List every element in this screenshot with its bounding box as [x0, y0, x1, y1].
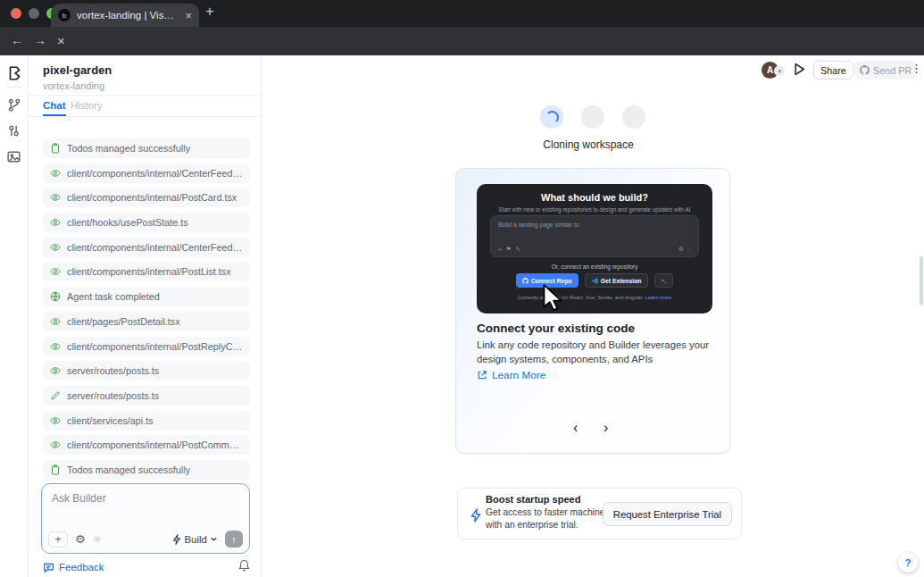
list-item-label: client/components/internal/CenterFeed.ts…: [67, 242, 243, 253]
list-item[interactable]: Todos managed successfully: [43, 138, 250, 158]
learn-more-link[interactable]: Learn More: [477, 369, 545, 381]
help-button[interactable]: ?: [898, 553, 918, 573]
composer-settings-gear-icon[interactable]: ⚙: [75, 532, 86, 546]
screenshot-prompt-input: Build a landing page similar to + ⚑ ✎ ⚙ …: [490, 215, 699, 257]
left-rail: [0, 55, 29, 577]
list-item[interactable]: client/components/internal/PostReplyComp…: [43, 337, 250, 356]
list-item[interactable]: client/components/internal/PostCommentTh…: [43, 435, 250, 455]
build-mode-dropdown[interactable]: Build: [172, 534, 218, 545]
list-item[interactable]: client/components/internal/PostList.tsx: [43, 262, 250, 281]
external-link-icon: [477, 370, 487, 380]
feedback-label: Feedback: [59, 562, 104, 573]
new-tab-button[interactable]: +: [205, 3, 214, 21]
run-preview-button[interactable]: [794, 63, 806, 77]
list-item[interactable]: client/hooks/usePostState.ts: [43, 213, 250, 232]
main-menu-kebab-icon[interactable]: ⋮: [911, 62, 922, 75]
screenshot-input-toolbar: + ⚑ ✎ ⚙ ↑: [498, 246, 691, 253]
ask-builder-composer[interactable]: Ask Builder + ⚙ ✳ Build ↑: [41, 483, 250, 554]
send-icon: ↑: [688, 247, 691, 253]
build-mode-label: Build: [184, 534, 207, 545]
list-item-label: Todos managed successfully: [67, 143, 190, 154]
list-item[interactable]: client/pages/PostDetail.tsx: [43, 312, 250, 331]
list-item-label: server/routes/posts.ts: [67, 365, 159, 376]
flag-icon: ⚑: [506, 246, 512, 253]
integrations-icon[interactable]: [6, 123, 22, 139]
loading-status-label: Cloning workspace: [499, 138, 678, 151]
enterprise-promo-card: Boost startup speed Get access to faster…: [457, 488, 742, 539]
list-item[interactable]: client/components/internal/PostCard.tsx: [43, 188, 250, 207]
eye-icon: [50, 242, 61, 253]
eye-icon: [50, 415, 61, 426]
composer-placeholder: Ask Builder: [52, 492, 106, 505]
screenshot-buttons: Connect Repo Get Extension >_: [477, 273, 712, 288]
attach-plus-button[interactable]: +: [48, 531, 68, 548]
lightning-icon: [172, 534, 181, 545]
send-message-button[interactable]: ↑: [225, 531, 243, 548]
plus-icon: +: [498, 247, 502, 253]
rail-divider: [7, 87, 21, 88]
window-close-button[interactable]: [11, 8, 21, 19]
feedback-bubble-icon: [43, 562, 54, 573]
builder-app: pixel-garden vortex-landing Chat History…: [0, 55, 924, 577]
list-item[interactable]: server/routes/posts.ts: [43, 386, 250, 406]
share-button[interactable]: Share: [813, 61, 853, 79]
promo-title: Boost startup speed: [486, 494, 580, 505]
forward-button[interactable]: →: [34, 33, 46, 47]
invite-user-button[interactable]: +: [774, 65, 786, 77]
main-panel: A + Share Send PR ⋮ Cloning workspace Wh…: [262, 55, 924, 577]
card-title: Connect your existing code: [477, 322, 635, 335]
tab-history[interactable]: History: [71, 100, 103, 111]
get-extension-label: Get Extension: [601, 278, 642, 284]
pen-icon: ✎: [516, 246, 520, 253]
media-icon[interactable]: [6, 149, 22, 165]
scrollbar-thumb[interactable]: [920, 256, 923, 305]
list-item-label: Todos managed successfully: [67, 464, 190, 475]
chat-sidebar: pixel-garden vortex-landing Chat History…: [29, 55, 262, 577]
window-minimize-button[interactable]: [29, 8, 39, 19]
screenshot-title: What should we build?: [477, 192, 712, 203]
learn-more-small-link: Learn more: [645, 295, 672, 300]
browser-toolbar: ← → × builder.io/app/projects/ec38a8fae3…: [0, 27, 924, 55]
request-enterprise-trial-button[interactable]: Request Enterprise Trial: [603, 502, 732, 526]
vscode-icon: [592, 278, 598, 284]
browser-tab[interactable]: b vortex-landing | Visual Editor ×: [51, 4, 199, 27]
feedback-link[interactable]: Feedback: [43, 562, 104, 573]
list-item[interactable]: Agent task completed: [43, 287, 250, 306]
list-item-label: server/routes/posts.ts: [67, 390, 159, 401]
list-item[interactable]: client/components/internal/CenterFeed.ts…: [43, 238, 250, 257]
spinner-icon: [545, 111, 559, 124]
clipboard-icon: [50, 143, 61, 154]
builder-logo-icon[interactable]: [6, 65, 22, 81]
send-pr-button[interactable]: Send PR: [854, 61, 917, 79]
list-item-label: client/pages/PostDetail.tsx: [67, 316, 180, 327]
list-item[interactable]: server/routes/posts.ts: [43, 361, 250, 380]
list-item[interactable]: client/components/internal/CenterFeed.ts…: [43, 163, 250, 183]
list-item-label: Agent task completed: [67, 291, 160, 302]
list-item-label: client/hooks/usePostState.ts: [67, 217, 188, 228]
list-item[interactable]: Todos managed successfully: [43, 460, 250, 480]
lightning-icon: [470, 508, 482, 523]
github-icon: [860, 65, 870, 75]
onboarding-card: What should we build? Start with new or …: [455, 168, 730, 454]
composer-toolbar: + ⚙ ✳ Build ↑: [48, 531, 243, 548]
list-item-label: client/components/internal/PostCard.tsx: [67, 192, 237, 203]
send-pr-label: Send PR: [873, 65, 912, 76]
list-item[interactable]: client/services/api.ts: [43, 411, 250, 431]
learn-more-label: Learn More: [492, 369, 545, 381]
list-item-label: client/components/internal/PostList.tsx: [67, 266, 231, 277]
sidebar-tabs: Chat History: [29, 96, 262, 117]
screenshot-subtitle: Start with new or existing repositories …: [477, 206, 712, 213]
carousel-next-button[interactable]: ›: [604, 420, 608, 436]
back-button[interactable]: ←: [11, 33, 23, 47]
source-control-icon[interactable]: [6, 97, 22, 113]
eye-icon: [50, 341, 61, 352]
tab-chat[interactable]: Chat: [43, 100, 66, 116]
terminal-button: >_: [654, 273, 673, 288]
eye-icon: [50, 439, 61, 450]
tab-favicon-icon: b: [58, 9, 71, 21]
tab-close-icon[interactable]: ×: [185, 9, 192, 22]
screenshot-or-text: Or, connect an existing repository: [477, 263, 712, 270]
notifications-bell-icon[interactable]: [238, 559, 250, 575]
carousel-prev-button[interactable]: ‹: [573, 420, 578, 436]
stop-loading-button[interactable]: ×: [57, 33, 65, 48]
